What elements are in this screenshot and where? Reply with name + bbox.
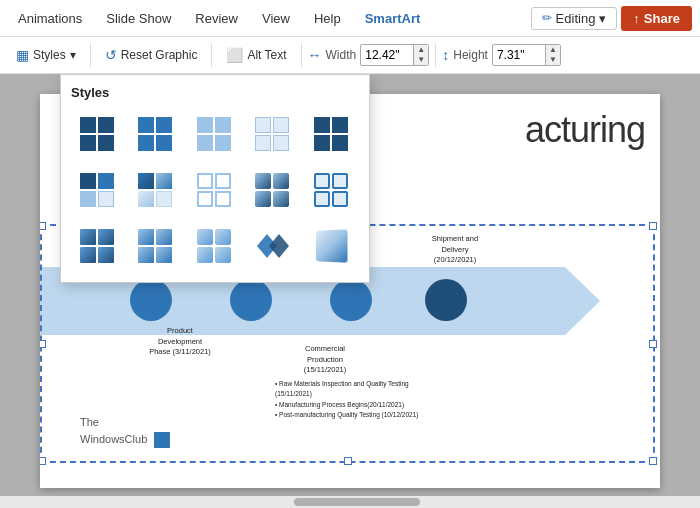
slide-title: acturing xyxy=(525,109,645,151)
slide-area: acturing ProductDevelopmentPhase (3/11/2… xyxy=(0,74,700,508)
height-spinners: ▲ ▼ xyxy=(545,45,560,65)
handle-mr[interactable] xyxy=(649,340,657,348)
menu-view[interactable]: View xyxy=(252,7,300,30)
watermark-line1: The xyxy=(80,416,99,428)
watermark-icon xyxy=(154,432,170,448)
width-spin-down[interactable]: ▼ xyxy=(414,55,428,65)
circle-4 xyxy=(425,279,467,321)
style-item-4[interactable] xyxy=(246,108,298,160)
ribbon: ▦ Styles ▾ ↺ Reset Graphic ⬜ Alt Text ↔ … xyxy=(0,37,700,74)
style-item-1[interactable] xyxy=(71,108,123,160)
bullet-2: • Manufacturing Process Begins(20/11/202… xyxy=(275,400,425,410)
alt-text-button[interactable]: ⬜ Alt Text xyxy=(218,43,294,67)
height-spin-up[interactable]: ▲ xyxy=(546,45,560,55)
watermark: The WindowsClub xyxy=(80,414,170,448)
height-field: ↕ Height ▲ ▼ xyxy=(442,44,561,66)
reset-graphic-button[interactable]: ↺ Reset Graphic xyxy=(97,43,206,67)
width-spinners: ▲ ▼ xyxy=(413,45,428,65)
separator-4 xyxy=(435,43,436,67)
menu-review[interactable]: Review xyxy=(185,7,248,30)
separator-3 xyxy=(301,43,302,67)
width-spin-up[interactable]: ▲ xyxy=(414,45,428,55)
styles-grid xyxy=(71,108,359,272)
style-item-13[interactable] xyxy=(188,220,240,272)
style-item-5[interactable] xyxy=(305,108,357,160)
handle-tl[interactable] xyxy=(40,222,46,230)
height-input-wrap: ▲ ▼ xyxy=(492,44,561,66)
editing-button[interactable]: ✏ Editing ▾ xyxy=(531,7,618,30)
alt-text-label: Alt Text xyxy=(247,48,286,62)
style-item-12[interactable] xyxy=(129,220,181,272)
menu-help[interactable]: Help xyxy=(304,7,351,30)
circle-2 xyxy=(230,279,272,321)
width-field: ↔ Width ▲ ▼ xyxy=(308,44,430,66)
bullet-1: • Raw Materials Inspection and Quality T… xyxy=(275,379,425,400)
share-label: Share xyxy=(644,11,680,26)
styles-dropdown: Styles xyxy=(60,74,370,283)
height-spin-down[interactable]: ▼ xyxy=(546,55,560,65)
menu-animations[interactable]: Animations xyxy=(8,7,92,30)
width-icon: ↔ xyxy=(308,47,322,63)
height-icon: ↕ xyxy=(442,47,449,63)
styles-button[interactable]: ▦ Styles ▾ xyxy=(8,43,84,67)
chevron-down-icon: ▾ xyxy=(70,48,76,62)
styles-dropdown-title: Styles xyxy=(71,85,359,100)
pencil-icon: ✏ xyxy=(542,11,552,25)
circle-1 xyxy=(130,279,172,321)
style-item-6[interactable] xyxy=(71,164,123,216)
alt-text-icon: ⬜ xyxy=(226,47,243,63)
product-label: ProductDevelopmentPhase (3/11/2021) xyxy=(135,326,225,358)
bullet-3: • Post-manufacturing Quality Testing (10… xyxy=(275,410,425,420)
bullet-list: • Raw Materials Inspection and Quality T… xyxy=(275,379,425,421)
menu-bar: Animations Slide Show Review View Help S… xyxy=(0,0,700,37)
style-item-14[interactable] xyxy=(246,220,298,272)
editing-label: Editing xyxy=(556,11,596,26)
styles-icon: ▦ xyxy=(16,47,29,63)
handle-bm[interactable] xyxy=(344,457,352,465)
style-item-2[interactable] xyxy=(129,108,181,160)
height-label: Height xyxy=(453,48,488,62)
width-input[interactable] xyxy=(361,46,413,64)
circle-3 xyxy=(330,279,372,321)
style-item-10[interactable] xyxy=(305,164,357,216)
style-item-9[interactable] xyxy=(246,164,298,216)
shipment-label: Shipment andDelivery(20/12/2021) xyxy=(410,234,500,266)
separator-2 xyxy=(211,43,212,67)
share-icon: ↑ xyxy=(633,11,640,26)
watermark-line2: WindowsClub xyxy=(80,433,147,445)
separator xyxy=(90,43,91,67)
style-item-7[interactable] xyxy=(129,164,181,216)
menu-smartart[interactable]: SmartArt xyxy=(355,7,431,30)
horizontal-scrollbar[interactable] xyxy=(0,496,700,508)
handle-tr[interactable] xyxy=(649,222,657,230)
commercial-label: CommercialProduction(15/11/2021) xyxy=(275,344,375,376)
style-item-8[interactable] xyxy=(188,164,240,216)
scrollbar-thumb[interactable] xyxy=(294,498,420,506)
style-item-15[interactable] xyxy=(305,220,357,272)
reset-icon: ↺ xyxy=(105,47,117,63)
chevron-down-icon: ▾ xyxy=(599,11,606,26)
style-item-3[interactable] xyxy=(188,108,240,160)
menu-slideshow[interactable]: Slide Show xyxy=(96,7,181,30)
handle-bl[interactable] xyxy=(40,457,46,465)
reset-graphic-label: Reset Graphic xyxy=(121,48,198,62)
share-button[interactable]: ↑ Share xyxy=(621,6,692,31)
width-label: Width xyxy=(326,48,357,62)
styles-label: Styles xyxy=(33,48,66,62)
height-input[interactable] xyxy=(493,46,545,64)
width-input-wrap: ▲ ▼ xyxy=(360,44,429,66)
style-item-11[interactable] xyxy=(71,220,123,272)
handle-br[interactable] xyxy=(649,457,657,465)
